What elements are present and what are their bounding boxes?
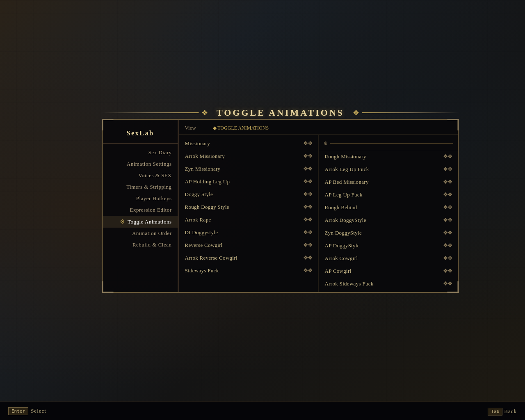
corner-top-left (102, 119, 114, 130)
title-ornament-left: ❖ (201, 108, 208, 117)
toggle-icon[interactable]: ❖❖ (303, 165, 312, 172)
list-item[interactable]: AP Bed Missionary ❖❖ (319, 176, 458, 188)
list-item[interactable]: AP Leg Up Fuck ❖❖ (319, 188, 458, 201)
list-item[interactable]: DI Doggystyle ❖❖ (179, 226, 318, 239)
list-item[interactable]: Rough Missionary ❖❖ (319, 150, 458, 163)
toggle-icon[interactable]: ❖❖ (443, 229, 452, 236)
content-header: View ◆ TOGGLE ANIMATIONS (179, 120, 458, 135)
enter-key-badge: Enter (8, 407, 28, 415)
sidebar-item-animation-settings[interactable]: Animation Settings (103, 158, 178, 170)
search-icon: ⊕ (324, 140, 328, 146)
list-item[interactable]: AP DoggyStyle ❖❖ (319, 239, 458, 252)
list-item[interactable]: Missionary ❖❖ (179, 137, 318, 150)
sidebar-item-voices-sfx[interactable]: Voices & SFX (103, 170, 178, 181)
list-item[interactable]: Arrok Missionary ❖❖ (179, 150, 318, 162)
list-item[interactable]: Arrok Rape ❖❖ (179, 213, 318, 226)
list-item[interactable]: Rough Doggy Style ❖❖ (179, 201, 318, 213)
sidebar-item-sex-diary[interactable]: Sex Diary (103, 147, 178, 158)
list-item[interactable]: Arrok Reverse Cowgirl ❖❖ (179, 251, 318, 264)
list-area: Missionary ❖❖ Arrok Missionary ❖❖ Zyn Mi… (179, 135, 458, 292)
toggle-icon[interactable]: ❖❖ (303, 140, 312, 147)
sidebar-item-animation-order[interactable]: Animation Order (103, 228, 178, 239)
sidebar-title: SexLab (103, 126, 178, 144)
toggle-icon[interactable]: ❖❖ (303, 254, 312, 261)
toggle-icon[interactable]: ❖❖ (303, 242, 312, 249)
search-bar: ⊕ (319, 137, 458, 150)
toggle-icon[interactable]: ❖❖ (303, 229, 312, 236)
toggle-icon[interactable]: ❖❖ (443, 267, 452, 274)
left-column[interactable]: Missionary ❖❖ Arrok Missionary ❖❖ Zyn Mi… (179, 135, 319, 292)
toggle-icon[interactable]: ❖❖ (303, 153, 312, 160)
corner-bottom-left (102, 281, 114, 293)
toggle-icon[interactable]: ❖❖ (443, 191, 452, 198)
toggle-icon[interactable]: ❖❖ (303, 267, 312, 274)
list-item[interactable]: Sideways Fuck ❖❖ (179, 264, 318, 277)
modal-container: ❖ TOGGLE ANIMATIONS ❖ SexLab Sex Diary A… (102, 107, 459, 313)
toggle-icon[interactable]: ❖❖ (443, 217, 452, 224)
enter-key-group: Enter Select (8, 407, 46, 415)
title-ornament-right: ❖ (353, 108, 359, 117)
list-item[interactable]: Arrok Leg Up Fuck ❖❖ (319, 163, 458, 176)
corner-top-right (447, 119, 459, 130)
toggle-icon[interactable]: ❖❖ (443, 166, 452, 173)
list-item[interactable]: Doggy Style ❖❖ (179, 188, 318, 201)
list-item[interactable]: Rough Behind ❖❖ (319, 201, 458, 214)
list-item[interactable]: Zyn Missionary ❖❖ (179, 162, 318, 175)
modal-title: TOGGLE ANIMATIONS (210, 107, 350, 118)
tab-key-group: Tab Back (488, 407, 517, 415)
corner-bottom-right (447, 281, 459, 293)
header-arrow: ◆ TOGGLE ANIMATIONS (213, 125, 269, 131)
search-line (330, 143, 453, 144)
list-item[interactable]: Arrok DoggyStyle ❖❖ (319, 214, 458, 226)
sidebar-item-rebuild-clean[interactable]: Rebuild & Clean (103, 239, 178, 251)
toggle-icon[interactable]: ❖❖ (443, 255, 452, 262)
title-line-left (102, 112, 199, 113)
title-line-right (362, 112, 459, 113)
toggle-icon[interactable]: ❖❖ (443, 204, 452, 211)
toggle-icon[interactable]: ❖❖ (443, 178, 452, 185)
list-item[interactable]: AP Holding Leg Up ❖❖ (179, 175, 318, 188)
toggle-icon[interactable]: ❖❖ (443, 242, 452, 249)
toggle-icon[interactable]: ❖❖ (303, 216, 312, 223)
enter-key-label: Select (31, 408, 46, 414)
sidebar: SexLab Sex Diary Animation Settings Voic… (103, 120, 179, 292)
list-item[interactable]: Zyn DoggyStyle ❖❖ (319, 226, 458, 239)
sidebar-item-player-hotkeys[interactable]: Player Hotkeys (103, 193, 178, 204)
list-item[interactable]: AP Cowgirl ❖❖ (319, 265, 458, 277)
sidebar-item-expression-editor[interactable]: Expression Editor (103, 204, 178, 216)
view-label: View (185, 125, 210, 131)
sidebar-item-timers-stripping[interactable]: Timers & Stripping (103, 181, 178, 193)
toggle-icon[interactable]: ❖❖ (303, 178, 312, 185)
list-item[interactable]: Arrok Cowgirl ❖❖ (319, 252, 458, 265)
tab-key-label: Back (504, 408, 517, 414)
toggle-icon[interactable]: ❖❖ (303, 203, 312, 210)
list-item[interactable]: Reverse Cowgirl ❖❖ (179, 239, 318, 251)
content-area: View ◆ TOGGLE ANIMATIONS Missionary ❖❖ A… (179, 120, 458, 292)
bottom-bar: Enter Select Tab Back (0, 402, 525, 420)
toggle-icon[interactable]: ❖❖ (303, 191, 312, 198)
active-indicator: ⚙ (120, 218, 126, 225)
sidebar-item-toggle-animations[interactable]: ⚙ Toggle Animations (103, 216, 178, 228)
main-panel: SexLab Sex Diary Animation Settings Voic… (102, 119, 459, 293)
toggle-icon[interactable]: ❖❖ (443, 153, 452, 160)
tab-key-badge: Tab (488, 408, 502, 415)
right-column[interactable]: ⊕ Rough Missionary ❖❖ Arrok Leg Up Fuck … (319, 135, 458, 292)
sidebar-item-toggle-label: Toggle Animations (128, 219, 172, 225)
list-item[interactable]: Arrok Sideways Fuck ❖❖ (319, 277, 458, 290)
title-bar: ❖ TOGGLE ANIMATIONS ❖ (102, 107, 459, 118)
